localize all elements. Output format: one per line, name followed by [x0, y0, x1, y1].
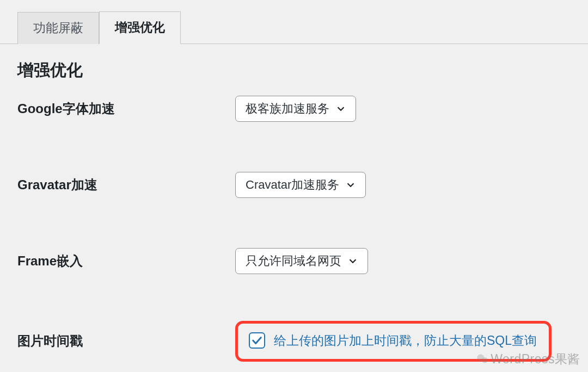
row-field: Cravatar加速服务: [235, 172, 571, 198]
section-title: 增强优化: [0, 44, 588, 82]
row-label: Frame嵌入: [17, 252, 235, 270]
row-field: 极客族加速服务: [235, 96, 571, 122]
chevron-down-icon: [347, 255, 359, 267]
gravatar-select[interactable]: Cravatar加速服务: [235, 172, 366, 198]
row-field: 给上传的图片加上时间戳，防止大量的SQL查询: [235, 321, 571, 362]
image-timestamp-checkbox[interactable]: [249, 332, 265, 349]
select-value: 极客族加速服务: [246, 101, 329, 117]
row-label: Gravatar加速: [17, 176, 235, 194]
row-frame-embed: Frame嵌入 只允许同域名网页: [17, 248, 571, 274]
tab-label: 功能屏蔽: [33, 21, 83, 35]
tab-feature-block[interactable]: 功能屏蔽: [17, 12, 99, 44]
row-label: Google字体加速: [17, 100, 235, 117]
row-google-fonts: Google字体加速 极客族加速服务: [17, 96, 571, 122]
chevron-down-icon: [345, 179, 357, 191]
image-timestamp-label[interactable]: 给上传的图片加上时间戳，防止大量的SQL查询: [274, 332, 537, 349]
frame-embed-select[interactable]: 只允许同域名网页: [235, 248, 368, 274]
chevron-down-icon: [335, 103, 347, 115]
row-image-timestamp: 图片时间戳 给上传的图片加上时间戳，防止大量的SQL查询: [17, 321, 571, 362]
tab-label: 增强优化: [115, 20, 165, 34]
select-value: 只允许同域名网页: [246, 253, 341, 269]
settings-form: Google字体加速 极客族加速服务 Gravatar加速 Cravatar加速…: [0, 82, 588, 362]
row-gravatar: Gravatar加速 Cravatar加速服务: [17, 172, 571, 198]
tab-bar: 功能屏蔽 增强优化: [0, 0, 588, 44]
row-field: 只允许同域名网页: [235, 248, 571, 274]
settings-page: 功能屏蔽 增强优化 增强优化 Google字体加速 极客族加速服务 Gravat…: [0, 0, 588, 362]
tab-enhance-optimize[interactable]: 增强优化: [99, 11, 181, 44]
google-fonts-select[interactable]: 极客族加速服务: [235, 96, 356, 122]
select-value: Cravatar加速服务: [246, 177, 339, 193]
highlighted-option: 给上传的图片加上时间戳，防止大量的SQL查询: [235, 321, 552, 362]
row-label: 图片时间戳: [17, 332, 235, 350]
